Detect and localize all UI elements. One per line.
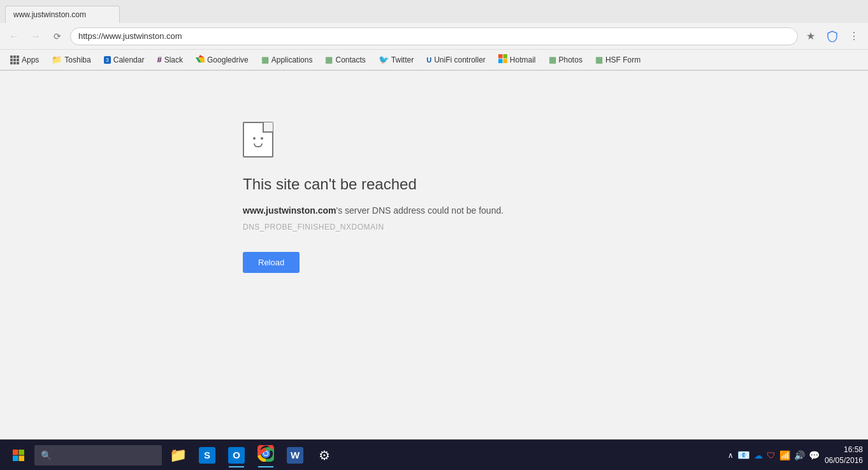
bookmark-contacts[interactable]: ▦ Contacts [320, 53, 370, 66]
chrome-menu-button[interactable]: ⋮ [845, 27, 863, 45]
bookmark-unifi-label: UniFi controller [434, 55, 486, 64]
windows-icon [12, 449, 25, 462]
taskbar-file-explorer[interactable]: 📁 [164, 442, 191, 469]
bookmark-applications[interactable]: ▦ Applications [256, 53, 318, 66]
sharepoint-icon: S [199, 447, 215, 464]
error-container: This site can't be reached www.justwinst… [243, 122, 625, 273]
clock[interactable]: 16:58 06/05/2016 [825, 444, 863, 466]
bookmark-slack-label: Slack [164, 55, 183, 64]
error-title: This site can't be reached [243, 175, 417, 193]
notification-icon: 💬 [809, 450, 820, 460]
error-description-text: 's server DNS address could not be found… [336, 205, 504, 216]
drive-icon [196, 55, 205, 65]
taskbar-left: 🔍 📁 S O [5, 442, 338, 469]
twitter-icon: 🐦 [379, 55, 389, 64]
reload-button[interactable]: Reload [243, 252, 300, 273]
hsfform-icon: ▦ [595, 55, 603, 64]
applications-icon: ▦ [261, 55, 269, 64]
error-site-name: www.justwinston.com [243, 205, 336, 216]
bookmark-calendar-label: Calendar [113, 55, 145, 64]
bookmark-photos[interactable]: ▦ Photos [544, 53, 588, 66]
system-icons: ∧ 📧 ☁ 🛡 📶 🔊 💬 [728, 449, 820, 461]
svg-rect-10 [13, 455, 18, 461]
svg-rect-9 [19, 450, 25, 455]
error-icon [243, 122, 273, 158]
bookmark-contacts-label: Contacts [335, 55, 365, 64]
extension-button[interactable] [823, 27, 841, 45]
mail-tray-icon: 📧 [737, 449, 750, 461]
shield-icon [827, 31, 838, 42]
folder-icon: 📁 [52, 55, 62, 64]
bookmark-apps-label: Apps [22, 55, 39, 64]
taskbar-outlook[interactable]: O [223, 442, 250, 469]
error-icon-eye-left [253, 137, 256, 140]
bookmark-calendar[interactable]: 3 Calendar [99, 54, 150, 66]
bookmark-slack[interactable]: # Slack [152, 53, 188, 66]
volume-icon: 🔊 [794, 450, 805, 460]
bookmark-twitter-label: Twitter [391, 55, 414, 64]
address-input[interactable] [70, 27, 798, 45]
bookmark-toshiba[interactable]: 📁 Toshiba [47, 53, 96, 66]
start-button[interactable] [5, 442, 32, 469]
forward-button[interactable]: → [27, 27, 45, 45]
taskbar-search[interactable]: 🔍 [34, 445, 162, 466]
browser-chrome: www.justwinston.com ← → ⟳ ★ ⋮ Apps 📁 [0, 0, 868, 71]
taskbar-search-icon: 🔍 [41, 450, 52, 460]
clock-date: 06/05/2016 [825, 455, 863, 466]
bookmark-apps[interactable]: Apps [5, 54, 44, 66]
bookmark-star-button[interactable]: ★ [802, 27, 820, 45]
active-tab[interactable]: www.justwinston.com [5, 6, 120, 23]
svg-point-14 [264, 452, 268, 455]
bookmark-hotmail[interactable]: Hotmail [493, 52, 541, 67]
bookmark-hotmail-label: Hotmail [510, 55, 536, 64]
outlook-icon: O [228, 447, 245, 464]
page-content: This site can't be reached www.justwinst… [0, 71, 868, 439]
bookmark-hsfform[interactable]: ▦ HSF Form [590, 53, 646, 66]
error-icon-eye-right [261, 137, 263, 140]
reload-nav-button[interactable]: ⟳ [48, 27, 66, 45]
chrome-icon [257, 445, 274, 465]
taskbar-word[interactable]: W [282, 442, 308, 469]
bookmark-googledrive[interactable]: Googledrive [191, 53, 254, 67]
apps-grid-icon [10, 55, 19, 64]
bookmark-googledrive-label: Googledrive [207, 55, 249, 64]
photos-icon: ▦ [549, 55, 556, 64]
tab-bar: www.justwinston.com [0, 0, 868, 23]
taskbar-settings[interactable]: ⚙ [311, 442, 338, 469]
address-bar-row: ← → ⟳ ★ ⋮ [0, 23, 868, 50]
svg-rect-8 [13, 450, 18, 455]
taskbar-chrome[interactable] [252, 442, 279, 469]
svg-rect-7 [503, 59, 507, 64]
contacts-icon: ▦ [325, 55, 333, 64]
bookmark-toshiba-label: Toshiba [64, 55, 90, 64]
back-button[interactable]: ← [5, 27, 23, 45]
taskbar-right: ∧ 📧 ☁ 🛡 📶 🔊 💬 16:58 06/05/2016 [728, 444, 863, 466]
calendar-badge: 3 [104, 56, 111, 64]
error-icon-mouth [254, 143, 263, 147]
error-icon-face [253, 137, 263, 147]
bookmark-twitter[interactable]: 🐦 Twitter [373, 53, 419, 66]
error-code: DNS_PROBE_FINISHED_NXDOMAIN [243, 223, 384, 231]
defender-icon: 🛡 [767, 450, 776, 460]
taskbar-sharepoint[interactable]: S [194, 442, 221, 469]
error-description: www.justwinston.com's server DNS address… [243, 203, 503, 217]
tab-title: www.justwinston.com [13, 10, 86, 19]
chevron-up-icon[interactable]: ∧ [728, 451, 734, 460]
hotmail-icon [498, 54, 507, 65]
bookmark-photos-label: Photos [559, 55, 582, 64]
svg-rect-6 [498, 59, 503, 64]
bookmark-unifi[interactable]: U UniFi controller [421, 54, 491, 66]
bookmark-applications-label: Applications [271, 55, 313, 64]
svg-rect-4 [498, 54, 503, 59]
onedrive-icon: ☁ [754, 450, 763, 460]
svg-rect-11 [19, 455, 25, 461]
svg-rect-5 [503, 54, 507, 59]
network-icon: 📶 [779, 450, 790, 460]
clock-time: 16:58 [825, 444, 863, 455]
bookmarks-bar: Apps 📁 Toshiba 3 Calendar # Slack Google… [0, 50, 868, 70]
error-icon-wrapper [243, 122, 273, 158]
error-icon-eyes [253, 137, 263, 140]
file-explorer-icon: 📁 [170, 447, 187, 464]
unifi-icon: U [426, 56, 431, 64]
taskbar: 🔍 📁 S O [0, 439, 868, 470]
